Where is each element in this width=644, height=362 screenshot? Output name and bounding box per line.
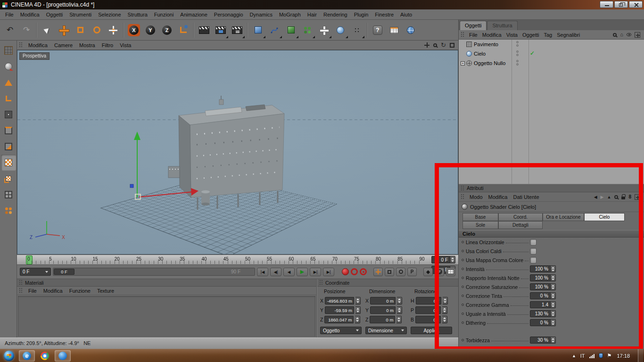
tab-oggetti[interactable]: Oggetti [460,21,487,30]
menu-animazione[interactable]: Animazione [177,10,210,19]
taskbar-app-ie[interactable]: e [19,350,35,362]
viewport-canvas[interactable]: Z X Prospettiva [17,50,458,255]
correzione-gamma-field[interactable]: 1.4 [530,301,556,308]
taskbar-app-chrome[interactable] [37,350,53,362]
network-icon[interactable] [589,354,594,358]
layer-dots[interactable] [516,50,519,57]
object-name[interactable]: Pavimento [474,41,498,47]
tab-struttura[interactable]: Struttura [487,21,517,30]
texture-mode-button[interactable] [1,155,16,171]
stepper[interactable] [551,319,556,326]
coordinate-system-button[interactable] [175,22,191,39]
materials-menu-file[interactable]: File [25,287,40,295]
render-settings-button[interactable] [229,22,245,39]
current-frame-field[interactable]: 0 F [431,256,455,263]
viewport-menu-mostra[interactable]: Mostra [76,41,99,49]
rotation-p-field[interactable]: 0 ° [415,306,447,314]
panel-grip[interactable] [19,280,23,286]
goto-start-button[interactable]: |◀ [257,268,268,276]
lock-icon[interactable] [621,197,625,199]
deformer-object-button[interactable] [316,22,332,39]
correzione-saturazione-field[interactable]: 100 % [530,283,556,290]
workplane-mode-button[interactable] [1,187,16,203]
taskbar-clock[interactable]: 17:18 [616,353,634,359]
convert-object-button[interactable] [1,58,16,74]
tab-cielo[interactable]: Cielo [584,213,625,221]
lock-y-axis-button[interactable]: Y [142,22,158,39]
toggle-view-icon[interactable] [450,43,454,48]
stepper[interactable] [355,306,361,314]
usa-colori-caldi-checkbox[interactable] [530,248,537,255]
rotate-tool[interactable] [89,22,105,39]
stepper[interactable] [551,310,556,317]
viewport-menu-filtro[interactable]: Filtro [99,41,116,49]
menu-dynamics[interactable]: Dynamics [247,10,276,19]
solo-off-button[interactable] [435,268,444,276]
hidden-icons-chevron[interactable]: ▲ [572,354,576,358]
up-level-icon[interactable]: ▲ [607,195,611,199]
object-row-pavimento[interactable]: Pavimento [459,40,644,49]
zoom-view-icon[interactable] [433,43,437,47]
online-resources-button[interactable] [403,22,419,39]
panel-grip[interactable] [19,288,23,294]
object-name[interactable]: Cielo [474,51,486,57]
taskbar-app-browser[interactable] [55,350,71,362]
tab-dettagli[interactable]: Dettagli [498,221,543,229]
position-x-field[interactable]: -4956.803 m [325,297,361,304]
stepper[interactable] [551,265,556,272]
menu-hair[interactable]: Hair [304,10,320,19]
stepper[interactable] [442,306,447,314]
stepper[interactable] [355,316,360,323]
menu-finestre[interactable]: Finestre [372,10,397,19]
lock-z-axis-button[interactable]: Z [159,22,175,39]
object-space-dropdown[interactable]: Oggetto [320,327,362,334]
stepper[interactable] [551,274,556,281]
rotation-h-field[interactable]: 0 ° [416,297,448,304]
texture-axis-mode-button[interactable] [1,171,16,187]
axis-mode-button[interactable] [1,90,16,107]
live-selection-tool[interactable] [39,22,55,39]
timeline-range-slider[interactable]: 0 F 90 F [53,268,255,276]
history-forward-icon[interactable]: ▶ [601,195,604,199]
frame-dropdown[interactable]: 0 F [20,268,51,276]
expand-icon[interactable]: + [461,61,465,66]
stepper[interactable] [551,292,556,299]
search-icon[interactable] [614,195,618,199]
play-button[interactable]: ▶ [297,268,308,276]
generator-object-button[interactable] [283,22,299,39]
undo-button[interactable]: ↶ [2,22,18,39]
enabled-check-icon[interactable]: ✓ [530,50,535,57]
make-editable-button[interactable] [1,42,16,58]
dithering-field[interactable]: 0 % [530,319,556,326]
section-header-cielo[interactable]: Cielo [459,230,644,238]
attr-menu-dati-utente[interactable]: Dati Utente [511,193,542,201]
dimension-y-field[interactable]: 0 m [370,306,402,314]
goto-end-button[interactable]: ▶| [323,268,334,276]
menu-mograph[interactable]: MoGraph [276,10,304,19]
record-position-button[interactable] [373,268,383,276]
link-icon[interactable]: 8 [628,194,631,199]
layer-dots[interactable] [516,60,519,66]
dimension-x-field[interactable]: 0 m [370,297,402,304]
om-menu-vista[interactable]: Vista [504,31,520,39]
object-row-cielo[interactable]: Cielo ✓ [459,49,644,58]
om-menu-tag[interactable]: Tag [541,31,554,39]
object-list[interactable]: Pavimento Cielo ✓ + Oggetto Nullo [459,40,644,184]
tab-base[interactable]: Base [462,213,498,221]
panel-grip[interactable] [461,194,465,200]
snap-settings-button[interactable] [349,22,365,39]
menu-funzioni[interactable]: Funzioni [151,10,177,19]
usa-mappa-croma-colore-checkbox[interactable] [530,257,537,263]
minimize-button[interactable] [600,1,613,8]
keyframe-selection-button[interactable] [360,268,367,275]
viewport-view-label[interactable]: Prospettiva [19,52,50,60]
move-tool[interactable] [56,22,72,39]
uv-mode-button[interactable] [1,203,16,219]
lock-x-axis-button[interactable]: X [126,22,142,39]
stepper[interactable] [551,301,556,308]
primitive-object-button[interactable] [250,22,266,39]
tab-coord[interactable]: Coord. [498,213,543,221]
layer-dots[interactable] [516,41,519,48]
search-icon[interactable] [613,33,617,37]
previous-key-button[interactable]: ◀| [270,268,281,276]
